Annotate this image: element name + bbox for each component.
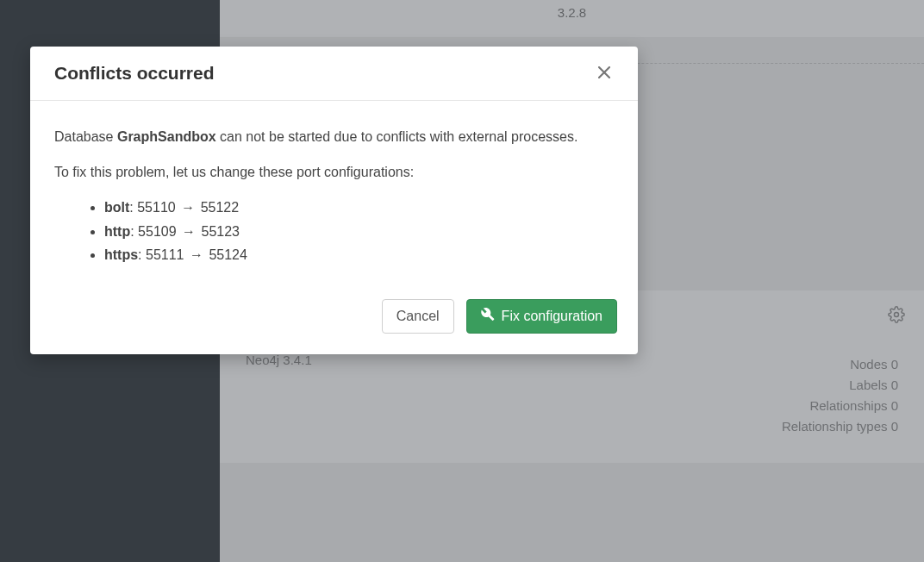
- conflicts-dialog: Conflicts occurred Database GraphSandbox…: [30, 47, 638, 354]
- fix-button-label: Fix configuration: [502, 309, 602, 324]
- cancel-button[interactable]: Cancel: [382, 299, 454, 334]
- dialog-message: Database GraphSandbox can not be started…: [54, 125, 614, 148]
- dialog-title: Conflicts occurred: [54, 63, 215, 84]
- port-item-https: https: 55111 → 55124: [104, 243, 614, 266]
- dialog-body: Database GraphSandbox can not be started…: [30, 101, 638, 284]
- port-item-bolt: bolt: 55110 → 55122: [104, 196, 614, 219]
- dialog-instruction: To fix this problem, let us change these…: [54, 160, 614, 184]
- port-item-http: http: 55109 → 55123: [104, 220, 614, 243]
- close-icon[interactable]: [595, 62, 614, 84]
- wrench-icon: [481, 308, 495, 325]
- port-list: bolt: 55110 → 55122 http: 55109 → 55123 …: [54, 196, 614, 266]
- fix-configuration-button[interactable]: Fix configuration: [466, 299, 617, 334]
- database-name-strong: GraphSandbox: [117, 129, 216, 144]
